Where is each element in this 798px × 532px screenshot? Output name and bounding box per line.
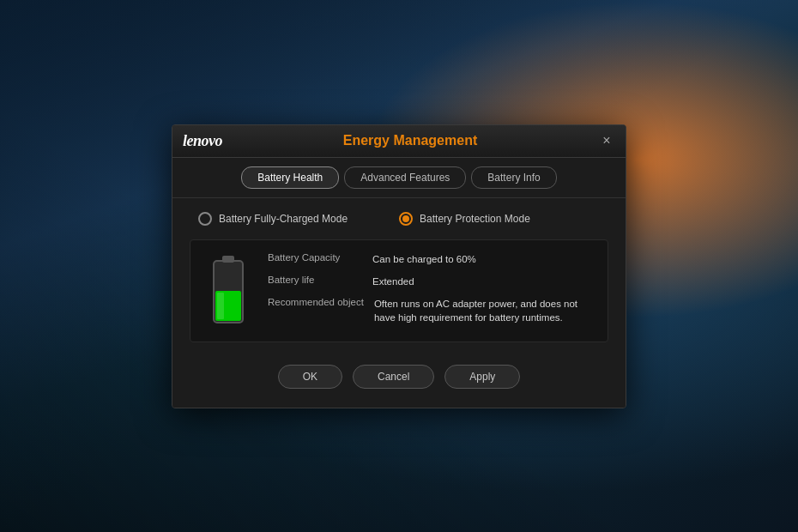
life-row: Battery life Extended: [268, 275, 595, 288]
content-area: Battery Fully-Charged Mode Battery Prote…: [172, 198, 626, 408]
tab-advanced-features[interactable]: Advanced Features: [344, 166, 466, 189]
radio-circle-protection: [399, 212, 413, 226]
title-bar: lenovo Energy Management ×: [172, 125, 626, 158]
battery-svg: [207, 252, 250, 329]
apply-button[interactable]: Apply: [444, 365, 520, 389]
svg-rect-1: [222, 256, 234, 263]
battery-info-box: Battery Capacity Can be charged to 60% B…: [190, 239, 608, 342]
cancel-button[interactable]: Cancel: [353, 365, 434, 389]
battery-details-table: Battery Capacity Can be charged to 60% B…: [268, 252, 595, 329]
radio-fully-charged-label: Battery Fully-Charged Mode: [219, 213, 348, 225]
radio-protection-label: Battery Protection Mode: [420, 213, 530, 225]
radio-protection-mode[interactable]: Battery Protection Mode: [399, 212, 530, 226]
recommended-value: Often runs on AC adapter power, and does…: [374, 297, 595, 324]
tab-bar: Battery Health Advanced Features Battery…: [172, 158, 626, 198]
svg-rect-3: [217, 293, 224, 319]
capacity-label: Battery Capacity: [268, 252, 362, 263]
battery-illustration: [203, 252, 254, 329]
capacity-row: Battery Capacity Can be charged to 60%: [268, 252, 595, 266]
tab-battery-info[interactable]: Battery Info: [471, 166, 556, 189]
action-buttons: OK Cancel Apply: [190, 356, 608, 394]
lenovo-logo: lenovo: [183, 132, 222, 150]
dialog-overlay: lenovo Energy Management × Battery Healt…: [0, 0, 798, 532]
ok-button[interactable]: OK: [278, 365, 342, 389]
close-button[interactable]: ×: [598, 132, 615, 149]
dialog-title: Energy Management: [222, 133, 598, 148]
radio-options-row: Battery Fully-Charged Mode Battery Prote…: [190, 212, 608, 226]
radio-circle-fully-charged: [198, 212, 212, 226]
energy-management-dialog: lenovo Energy Management × Battery Healt…: [172, 124, 626, 408]
life-label: Battery life: [268, 275, 362, 285]
recommended-label: Recommended object: [268, 297, 364, 307]
recommended-row: Recommended object Often runs on AC adap…: [268, 297, 595, 324]
life-value: Extended: [372, 275, 414, 288]
radio-fully-charged[interactable]: Battery Fully-Charged Mode: [198, 212, 348, 226]
capacity-value: Can be charged to 60%: [372, 252, 476, 266]
tab-battery-health[interactable]: Battery Health: [241, 166, 339, 189]
